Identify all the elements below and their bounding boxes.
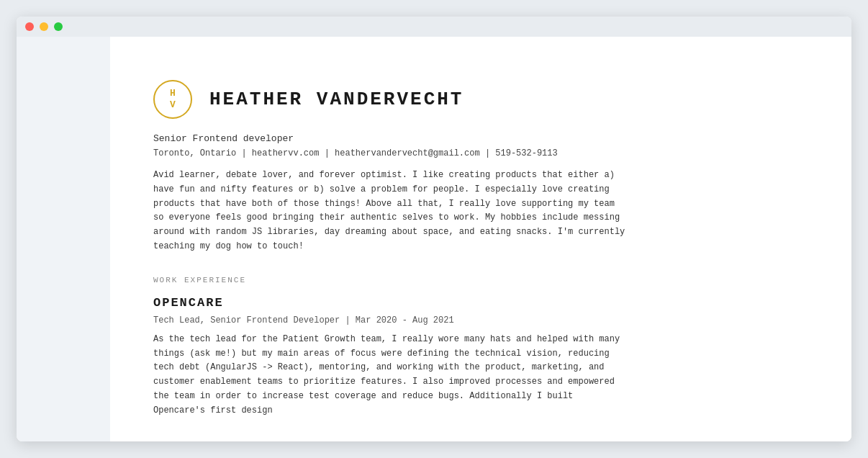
bio-text: Avid learner, debate lover, and forever … bbox=[153, 169, 628, 254]
role-description: As the tech lead for the Patient Growth … bbox=[153, 333, 628, 418]
window-frame: H V HEATHER VANDERVECHT Senior Frontend … bbox=[17, 17, 851, 441]
minimize-button[interactable] bbox=[40, 22, 48, 31]
role-date: Tech Lead, Senior Frontend Developer | M… bbox=[153, 315, 808, 325]
close-button[interactable] bbox=[25, 22, 34, 31]
avatar-initials: H V bbox=[170, 88, 176, 110]
avatar: H V bbox=[153, 80, 192, 119]
window-titlebar bbox=[17, 17, 851, 37]
resume-header: H V HEATHER VANDERVECHT bbox=[153, 80, 808, 119]
maximize-button[interactable] bbox=[54, 22, 63, 31]
job-title: Senior Frontend developer bbox=[153, 133, 808, 144]
contact-info: Toronto, Ontario | heathervv.com | heath… bbox=[153, 148, 808, 158]
main-content: H V HEATHER VANDERVECHT Senior Frontend … bbox=[110, 37, 851, 441]
full-name: HEATHER VANDERVECHT bbox=[209, 89, 464, 110]
section-label-work: WORK EXPERIENCE bbox=[153, 276, 808, 284]
company-name: OPENCARE bbox=[153, 296, 808, 310]
window-content: H V HEATHER VANDERVECHT Senior Frontend … bbox=[17, 37, 851, 441]
sidebar bbox=[17, 37, 110, 441]
